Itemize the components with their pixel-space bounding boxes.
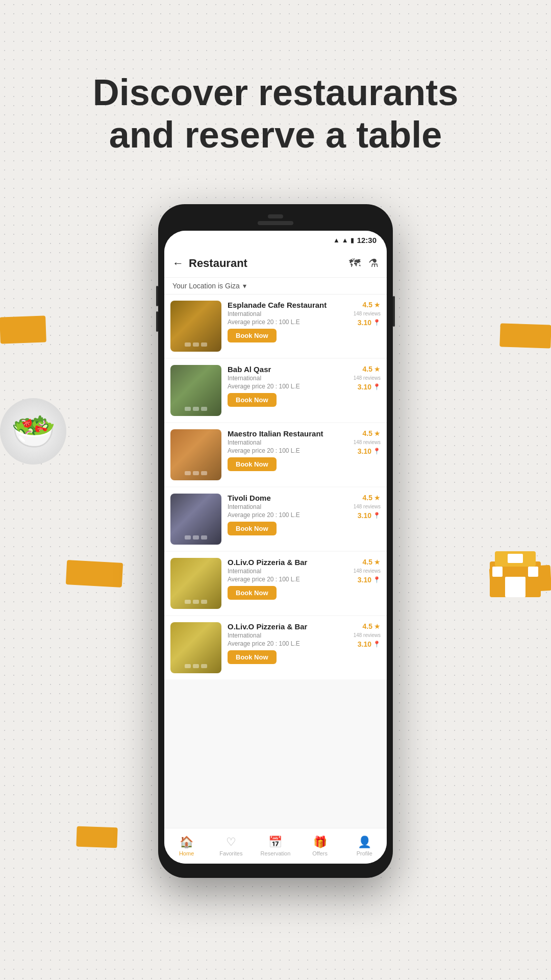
restaurant-price: Average price 20 : 100 L.E: [228, 383, 339, 390]
nav-item-favorites[interactable]: ♡ Favorites: [216, 836, 246, 856]
battery-icon: ▮: [350, 236, 354, 244]
rating-number: 4.5: [363, 622, 372, 630]
restaurant-price: Average price 20 : 100 L.E: [228, 511, 339, 519]
nav-icon-home: 🏠: [180, 836, 193, 849]
reviews-count: 148 reviews: [354, 632, 381, 638]
distance-number: 3.10: [358, 318, 371, 327]
restaurant-name: Bab Al Qasr: [228, 365, 339, 374]
rating-number: 4.5: [363, 558, 372, 566]
star-icon: ★: [374, 558, 381, 566]
distance-row: 3.10 📍: [358, 383, 381, 391]
nav-label-home: Home: [179, 850, 194, 856]
restaurant-cuisine: International: [228, 503, 339, 510]
map-icon[interactable]: 🗺: [349, 257, 360, 270]
header-actions: 🗺 ⚗: [349, 257, 379, 270]
rating-number: 4.5: [363, 365, 372, 373]
restaurant-meta: 4.5 ★ 148 reviews 3.10 📍: [345, 494, 381, 520]
back-button[interactable]: ←: [172, 257, 184, 270]
restaurant-item[interactable]: Tivoli Dome International Average price …: [164, 487, 387, 551]
restaurant-meta: 4.5 ★ 148 reviews 3.10 📍: [345, 622, 381, 648]
rating-number: 4.5: [363, 494, 372, 502]
nav-item-profile[interactable]: 👤 Profile: [349, 836, 380, 856]
location-pin-icon: 📍: [373, 576, 381, 583]
star-icon: ★: [374, 365, 381, 373]
book-now-button[interactable]: Book Now: [228, 457, 277, 471]
restaurant-meta: 4.5 ★ 148 reviews 3.10 📍: [345, 429, 381, 455]
nav-item-offers[interactable]: 🎁 Offers: [305, 836, 335, 856]
svg-rect-4: [528, 567, 538, 577]
rating-row: 4.5 ★: [363, 429, 381, 437]
volume-down-button: [156, 311, 158, 332]
restaurant-item[interactable]: Bab Al Qasr International Average price …: [164, 359, 387, 422]
book-now-button[interactable]: Book Now: [228, 393, 277, 407]
rating-number: 4.5: [363, 301, 372, 309]
filter-icon[interactable]: ⚗: [368, 257, 379, 270]
status-bar: ▲ ▲ ▮ 12:30: [164, 231, 387, 249]
restaurant-info: O.Liv.O Pizzeria & Bar International Ave…: [228, 622, 339, 664]
distance-row: 3.10 📍: [358, 511, 381, 520]
book-now-button[interactable]: Book Now: [228, 586, 277, 600]
star-icon: ★: [374, 494, 381, 502]
restaurant-item[interactable]: O.Liv.O Pizzeria & Bar International Ave…: [164, 616, 387, 679]
restaurant-cuisine: International: [228, 632, 339, 639]
location-pin-icon: 📍: [373, 512, 381, 519]
location-pin-icon: 📍: [373, 641, 381, 648]
location-bar[interactable]: Your Location is Giza ▾: [164, 278, 387, 295]
location-text: Your Location is Giza: [172, 282, 240, 290]
restaurant-price: Average price 20 : 100 L.E: [228, 640, 339, 647]
phone-notch: [164, 210, 387, 231]
svg-rect-5: [508, 554, 523, 563]
signal-icon: ▲: [342, 236, 348, 244]
distance-row: 3.10 📍: [358, 640, 381, 648]
distance-number: 3.10: [358, 511, 371, 520]
nav-label-offers: Offers: [312, 850, 328, 856]
book-now-button[interactable]: Book Now: [228, 522, 277, 535]
page-title: Restaurant: [189, 257, 349, 270]
svg-rect-3: [492, 567, 503, 577]
nav-icon-reservation: 📅: [268, 836, 282, 849]
deco-rect-2: [66, 560, 123, 587]
location-pin-icon: 📍: [373, 448, 381, 455]
location-pin-icon: 📍: [373, 383, 381, 390]
distance-number: 3.10: [358, 447, 371, 455]
deco-rect-3: [499, 323, 551, 348]
nav-item-home[interactable]: 🏠 Home: [171, 836, 202, 856]
restaurant-meta: 4.5 ★ 148 reviews 3.10 📍: [345, 365, 381, 391]
deco-rect-5: [76, 826, 117, 848]
rating-row: 4.5 ★: [363, 494, 381, 502]
nav-item-reservation[interactable]: 📅 Reservation: [260, 836, 291, 856]
restaurant-list: Esplanade Cafe Restaurant International …: [164, 295, 387, 828]
reviews-count: 148 reviews: [354, 439, 381, 445]
restaurant-item[interactable]: Esplanade Cafe Restaurant International …: [164, 295, 387, 358]
distance-number: 3.10: [358, 576, 371, 584]
distance-number: 3.10: [358, 383, 371, 391]
restaurant-cuisine: International: [228, 568, 339, 575]
phone-screen: ▲ ▲ ▮ 12:30 ← Restaurant 🗺 ⚗ Your Locati…: [164, 231, 387, 864]
restaurant-name: O.Liv.O Pizzeria & Bar: [228, 622, 339, 631]
star-icon: ★: [374, 622, 381, 630]
restaurant-name: Maestro Italian Restaurant: [228, 429, 339, 438]
building-decoration: [485, 541, 546, 602]
restaurant-info: Bab Al Qasr International Average price …: [228, 365, 339, 407]
restaurant-name: Esplanade Cafe Restaurant: [228, 301, 339, 309]
restaurant-info: O.Liv.O Pizzeria & Bar International Ave…: [228, 558, 339, 600]
reviews-count: 148 reviews: [354, 375, 381, 381]
volume-up-button: [156, 286, 158, 306]
restaurant-item[interactable]: Maestro Italian Restaurant International…: [164, 423, 387, 486]
restaurant-image: [170, 429, 221, 480]
star-icon: ★: [374, 301, 381, 309]
svg-rect-2: [505, 577, 525, 597]
reviews-count: 148 reviews: [354, 568, 381, 574]
book-now-button[interactable]: Book Now: [228, 650, 277, 664]
restaurant-info: Tivoli Dome International Average price …: [228, 494, 339, 535]
rating-row: 4.5 ★: [363, 365, 381, 373]
nav-label-reservation: Reservation: [261, 850, 291, 856]
time-display: 12:30: [357, 236, 377, 244]
reviews-count: 148 reviews: [354, 504, 381, 509]
rating-number: 4.5: [363, 429, 372, 437]
restaurant-image: [170, 622, 221, 673]
restaurant-cuisine: International: [228, 310, 339, 317]
restaurant-item[interactable]: O.Liv.O Pizzeria & Bar International Ave…: [164, 552, 387, 615]
distance-number: 3.10: [358, 640, 371, 648]
book-now-button[interactable]: Book Now: [228, 329, 277, 342]
